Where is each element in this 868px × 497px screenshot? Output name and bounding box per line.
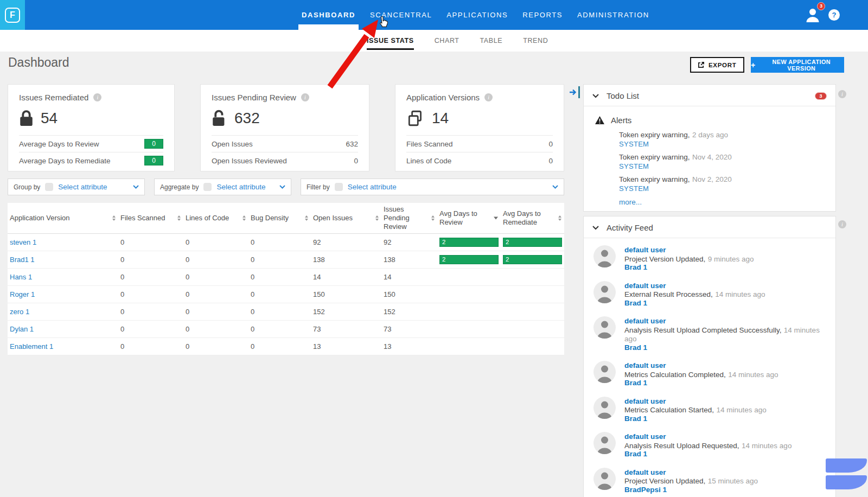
avatar bbox=[593, 281, 616, 303]
version-link[interactable]: Dylan 1 bbox=[10, 325, 34, 333]
alert-item: Token expiry warning, Nov 4, 2020 SYSTEM bbox=[619, 152, 835, 171]
stat-row: Files Scanned 0 bbox=[406, 135, 553, 152]
info-icon[interactable]: i bbox=[93, 93, 101, 101]
dashboard-subtabs: ISSUE STATS CHART TABLE TREND bbox=[0, 30, 868, 52]
feed-version-link[interactable]: Brad 1 bbox=[624, 343, 827, 352]
avatar bbox=[593, 468, 616, 490]
avatar bbox=[593, 245, 616, 267]
tab-table[interactable]: TABLE bbox=[480, 30, 503, 50]
feed-user-link[interactable]: default user bbox=[624, 432, 792, 441]
tab-trend[interactable]: TREND bbox=[523, 30, 548, 50]
nav-item-administration[interactable]: ADMINISTRATION bbox=[577, 0, 649, 30]
tab-issue-stats[interactable]: ISSUE STATS bbox=[367, 30, 414, 50]
feed-user-link[interactable]: default user bbox=[624, 468, 758, 477]
info-icon[interactable]: i bbox=[484, 93, 493, 101]
page-title: Dashboard bbox=[8, 55, 69, 70]
feed-user-link[interactable]: default user bbox=[624, 397, 767, 406]
info-icon[interactable]: i bbox=[838, 90, 846, 98]
table-row: zero 1 0 0 0 152 152 bbox=[8, 303, 564, 321]
version-link[interactable]: Brad1 1 bbox=[10, 256, 35, 264]
new-application-version-button[interactable]: + NEW APPLICATION VERSION bbox=[751, 57, 844, 73]
column-header-avg-days-to-review[interactable]: Avg Days to Review bbox=[437, 203, 501, 234]
column-header-application-version[interactable]: Application Version bbox=[8, 203, 118, 234]
export-icon bbox=[698, 61, 705, 68]
nav-item-scancentral[interactable]: SCANCENTRAL bbox=[370, 0, 432, 30]
version-link[interactable]: steven 1 bbox=[10, 238, 36, 246]
green-badge: 0 bbox=[144, 156, 163, 165]
table-row: Brad1 1 0 0 0 138 138 2 2 bbox=[8, 251, 564, 269]
alert-item: Token expiry warning, Nov 2, 2020 SYSTEM bbox=[619, 175, 835, 193]
feed-user-link[interactable]: default user bbox=[624, 282, 765, 290]
fortify-logo[interactable]: F bbox=[0, 0, 25, 30]
stat-row: Lines of Code 0 bbox=[406, 152, 553, 169]
feed-item: default user Analysis Result Upload Comp… bbox=[593, 316, 827, 352]
feed-version-link[interactable]: Brad 1 bbox=[624, 299, 765, 308]
feed-version-link[interactable]: Brad 1 bbox=[624, 450, 792, 458]
version-link[interactable]: zero 1 bbox=[10, 308, 29, 316]
feed-version-link[interactable]: Brad 1 bbox=[624, 415, 767, 423]
column-header-bug-density[interactable]: Bug Density bbox=[248, 203, 311, 234]
version-link[interactable]: Enablement 1 bbox=[10, 342, 53, 351]
attribute-ghost-icon bbox=[203, 183, 212, 191]
column-header-avg-days-to-remediate[interactable]: Avg Days to Remediate bbox=[501, 203, 564, 234]
attribute-ghost-icon bbox=[45, 183, 53, 191]
group-by-dropdown[interactable]: Group by Select attribute bbox=[8, 179, 145, 195]
sort-icon bbox=[375, 215, 379, 221]
filter-by-dropdown[interactable]: Filter by Select attribute bbox=[301, 179, 564, 195]
fortify-logo-glyph: F bbox=[5, 8, 20, 23]
nav-item-dashboard[interactable]: DASHBOARD bbox=[302, 0, 355, 30]
top-right-icons: 3 ? bbox=[806, 0, 840, 30]
stat-row: Open Issues Reviewed 0 bbox=[212, 152, 358, 169]
warning-triangle-icon bbox=[595, 116, 605, 125]
aggregate-by-dropdown[interactable]: Aggregate by Select attribute bbox=[154, 179, 291, 195]
info-icon[interactable]: i bbox=[301, 93, 309, 101]
sort-icon bbox=[305, 215, 308, 221]
nav-item-applications[interactable]: APPLICATIONS bbox=[446, 0, 508, 30]
panel-title: Activity Feed bbox=[607, 223, 653, 232]
avatar bbox=[593, 397, 616, 419]
nav-item-reports[interactable]: REPORTS bbox=[522, 0, 563, 30]
feed-version-link[interactable]: Brad 1 bbox=[624, 379, 778, 387]
export-button[interactable]: EXPORT bbox=[690, 57, 744, 73]
feed-item: default user External Result Processed, … bbox=[593, 281, 827, 308]
alert-system-link[interactable]: SYSTEM bbox=[619, 162, 649, 171]
avatar bbox=[593, 361, 616, 383]
column-header-issues-pending-review[interactable]: Issues Pending Review bbox=[381, 203, 437, 234]
lock-closed-icon bbox=[19, 110, 34, 127]
version-link[interactable]: Roger 1 bbox=[10, 290, 35, 298]
sort-descending-icon bbox=[494, 217, 498, 220]
version-link[interactable]: Hans 1 bbox=[10, 273, 32, 281]
application-versions-table: Application Version Files Scanned Lines … bbox=[8, 203, 564, 355]
column-header-files-scanned[interactable]: Files Scanned bbox=[118, 203, 183, 234]
tab-chart[interactable]: CHART bbox=[435, 30, 459, 50]
column-header-open-issues[interactable]: Open Issues bbox=[311, 203, 381, 234]
info-icon[interactable]: i bbox=[838, 220, 846, 228]
feed-user-link[interactable]: default user bbox=[624, 317, 827, 326]
feed-version-link[interactable]: Brad 1 bbox=[624, 263, 754, 272]
green-badge: 0 bbox=[144, 139, 163, 149]
feed-user-link[interactable]: default user bbox=[624, 246, 754, 254]
help-button[interactable]: ? bbox=[828, 9, 840, 21]
chevron-down-icon[interactable] bbox=[592, 94, 599, 98]
feed-item: default user Metrics Calculation Complet… bbox=[593, 361, 827, 387]
stat-row: Average Days to Review 0 bbox=[19, 135, 163, 152]
chevron-down-icon[interactable] bbox=[592, 226, 599, 230]
card-title: Application Versions bbox=[406, 93, 480, 102]
column-header-lines-of-code[interactable]: Lines of Code bbox=[183, 203, 248, 234]
todo-count-badge: 3 bbox=[815, 92, 827, 100]
table-row: Dylan 1 0 0 0 73 73 bbox=[8, 321, 564, 338]
card-title: Issues Remediated bbox=[19, 93, 88, 102]
avg-review-bar: 2 bbox=[439, 238, 499, 247]
more-alerts-link[interactable]: more... bbox=[619, 198, 642, 206]
feed-user-link[interactable]: default user bbox=[624, 361, 778, 370]
feed-version-link[interactable]: BradPepsi 1 bbox=[624, 486, 758, 494]
sort-icon bbox=[112, 215, 116, 221]
alert-system-link[interactable]: SYSTEM bbox=[619, 140, 649, 149]
avg-remediate-bar: 2 bbox=[503, 255, 562, 264]
card-title: Issues Pending Review bbox=[212, 93, 296, 102]
user-menu-button[interactable]: 3 bbox=[806, 7, 821, 23]
copies-icon bbox=[406, 109, 425, 128]
chevron-down-icon bbox=[279, 185, 285, 189]
collapse-panel-button[interactable] bbox=[569, 86, 580, 98]
alert-system-link[interactable]: SYSTEM bbox=[619, 184, 649, 193]
